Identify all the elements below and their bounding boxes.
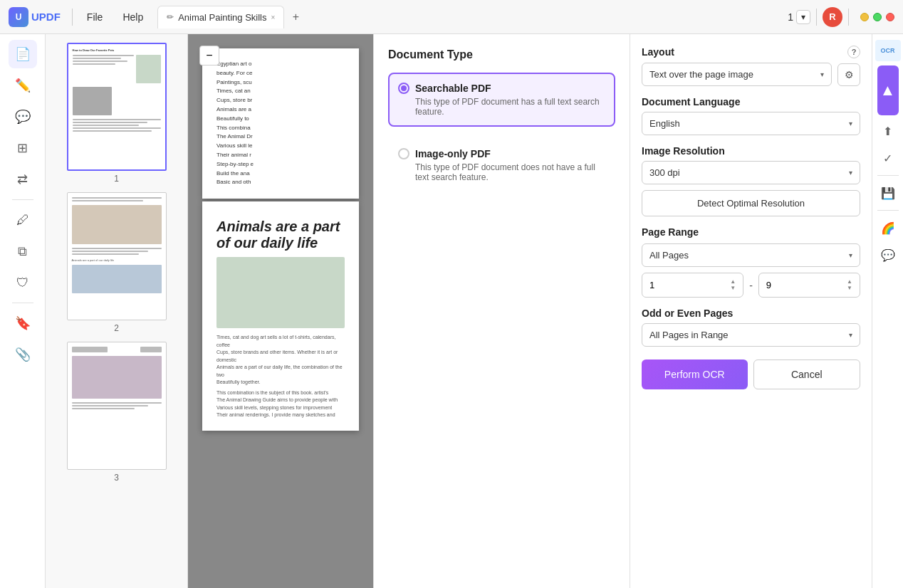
odd-even-section: Odd or Even Pages All Pages in Range ▾: [642, 308, 860, 347]
sidebar-item-layers[interactable]: ⧉: [9, 237, 37, 266]
thumbnail-2[interactable]: Animals are a part of our daily life 2: [51, 192, 182, 333]
resolution-label: Image Resolution: [642, 145, 725, 157]
page-range-label: Page Range: [642, 226, 699, 238]
right-settings-panel: Layout ? Text over the page image ▾ ⚙ Do…: [630, 34, 872, 588]
range-start-input[interactable]: 1 ▲ ▼: [642, 273, 743, 298]
layout-dropdown[interactable]: Text over the page image ▾: [642, 63, 832, 86]
language-section: Document Language English ▾: [642, 96, 860, 135]
odd-even-dropdown[interactable]: All Pages in Range ▾: [642, 323, 860, 347]
tab-edit-icon: ✏: [167, 12, 174, 22]
sidebar-item-convert[interactable]: ⇄: [9, 165, 37, 194]
tab-bar: ✏ Animal Painting Skills × +: [157, 6, 782, 28]
language-section-header: Document Language: [642, 96, 860, 107]
language-dropdown[interactable]: English ▾: [642, 112, 860, 135]
check-icon[interactable]: ✓: [877, 147, 899, 169]
close-button[interactable]: [886, 13, 894, 21]
layout-gear-btn[interactable]: ⚙: [837, 63, 860, 86]
thumb-num-3: 3: [114, 473, 119, 483]
perform-ocr-btn[interactable]: Perform OCR: [642, 359, 748, 389]
menu-file[interactable]: File: [78, 9, 112, 26]
range-end-value: 9: [766, 280, 771, 290]
zoom-out-btn[interactable]: −: [199, 46, 219, 65]
right-divider: [877, 175, 899, 176]
minimize-button[interactable]: [860, 13, 869, 21]
rainbow-icon[interactable]: 🌈: [877, 216, 899, 239]
layout-dropdown-arrow: ▾: [820, 70, 824, 78]
imageonly-radio[interactable]: [398, 148, 409, 159]
searchable-title: Searchable PDF: [415, 83, 491, 94]
sidebar-item-edit[interactable]: ✏️: [9, 71, 37, 100]
logo-text: UPDF: [31, 11, 61, 23]
chat-icon[interactable]: 💬: [877, 243, 899, 266]
page-current: 1: [788, 11, 793, 23]
ocr-option-searchable[interactable]: Searchable PDF This type of PDF document…: [388, 73, 615, 127]
thumbnail-panel: How to Draw Our Favorite Pets: [46, 34, 188, 588]
topbar: U UPDF File Help ✏ Animal Painting Skill…: [0, 0, 903, 34]
sidebar-separator2: [12, 303, 33, 303]
user-avatar[interactable]: R: [823, 7, 842, 27]
upload-icon[interactable]: ⬆: [877, 120, 899, 142]
page-range-header: Page Range: [642, 226, 860, 238]
page-range-dropdown[interactable]: All Pages ▾: [642, 243, 860, 267]
tab-add-btn[interactable]: +: [287, 9, 304, 26]
ocr-icon[interactable]: OCR: [875, 40, 901, 61]
ocr-option-imageonly[interactable]: Image-only PDF This type of PDF document…: [388, 138, 615, 192]
resolution-value: 300 dpi: [649, 167, 680, 178]
imageonly-desc: This type of PDF document does not have …: [398, 162, 605, 182]
sidebar-item-read[interactable]: 📄: [9, 40, 37, 68]
layout-help-icon[interactable]: ?: [847, 46, 860, 58]
right-icon-panel: OCR ▲ ⬆ ✓ 💾 🌈 💬: [872, 34, 903, 588]
pdf-main-heading: Animals are a part of our daily life: [216, 219, 345, 251]
topbar-divider2: [816, 9, 817, 26]
app-logo: U UPDF: [9, 7, 61, 27]
sidebar-item-comment[interactable]: 💬: [9, 103, 37, 131]
range-start-spin[interactable]: ▲ ▼: [730, 279, 736, 291]
thumbnail-1[interactable]: How to Draw Our Favorite Pets: [51, 43, 182, 184]
save-icon[interactable]: 💾: [877, 182, 899, 204]
layout-value: Text over the page image: [649, 69, 753, 80]
page-range-arrow: ▾: [849, 251, 852, 259]
range-end-spin[interactable]: ▲ ▼: [847, 279, 852, 291]
imageonly-option-header: Image-only PDF: [398, 148, 605, 159]
sidebar-item-attachment[interactable]: 📎: [9, 340, 37, 369]
pdf-text-content: Egyptian art o beauty. For ce Paintings,…: [216, 60, 345, 187]
left-sidebar: 📄 ✏️ 💬 ⊞ ⇄ 🖊 ⧉ 🛡 🔖 📎: [0, 34, 46, 588]
thumbnail-3[interactable]: 3: [51, 342, 182, 483]
menu-help[interactable]: Help: [114, 9, 152, 26]
maximize-button[interactable]: [873, 13, 882, 21]
tab-label: Animal Painting Skills: [178, 12, 266, 23]
language-value: English: [649, 118, 680, 129]
topbar-menu: File Help: [78, 9, 152, 26]
thumb-num-2: 2: [114, 323, 119, 333]
searchable-option-header: Searchable PDF: [398, 83, 605, 94]
language-dropdown-arrow: ▾: [849, 120, 852, 127]
pdf-footer-text: Times, cat and dog art sells a lot of t-…: [216, 334, 345, 419]
range-end-input[interactable]: 9 ▲ ▼: [758, 273, 860, 298]
detect-resolution-btn[interactable]: Detect Optimal Resolution: [642, 190, 860, 216]
range-start-value: 1: [649, 280, 654, 290]
page-nav-dropdown[interactable]: ▾: [796, 10, 810, 24]
range-separator: -: [749, 280, 753, 291]
sidebar-item-bookmark[interactable]: 🔖: [9, 309, 37, 337]
sidebar-item-protect[interactable]: 🛡: [9, 268, 37, 297]
imageonly-title: Image-only PDF: [415, 148, 491, 159]
sidebar-item-organize[interactable]: ⊞: [9, 134, 37, 162]
window-buttons: [860, 13, 894, 21]
resolution-section: Image Resolution 300 dpi ▾ Detect Optima…: [642, 145, 860, 216]
tab-close-btn[interactable]: ×: [271, 14, 275, 21]
up-arrow-btn[interactable]: ▲: [877, 65, 899, 115]
pdf-view-area: − Egyptian art o beauty. For ce Painting…: [188, 34, 373, 588]
page-navigator: 1 ▾: [788, 10, 810, 24]
tab-animal-painting[interactable]: ✏ Animal Painting Skills ×: [157, 6, 284, 28]
sidebar-item-sign[interactable]: 🖊: [9, 206, 37, 234]
cancel-btn[interactable]: Cancel: [753, 359, 861, 389]
topbar-divider3: [848, 9, 849, 26]
topbar-divider: [72, 9, 73, 26]
layout-section: Layout ? Text over the page image ▾ ⚙: [642, 46, 860, 86]
resolution-dropdown[interactable]: 300 dpi ▾: [642, 161, 860, 184]
searchable-radio[interactable]: [398, 83, 409, 94]
range-inputs: 1 ▲ ▼ - 9 ▲ ▼: [642, 273, 860, 298]
odd-even-label: Odd or Even Pages: [642, 308, 733, 319]
thumb-img-1: How to Draw Our Favorite Pets: [67, 43, 167, 171]
page-range-value: All Pages: [649, 250, 689, 261]
